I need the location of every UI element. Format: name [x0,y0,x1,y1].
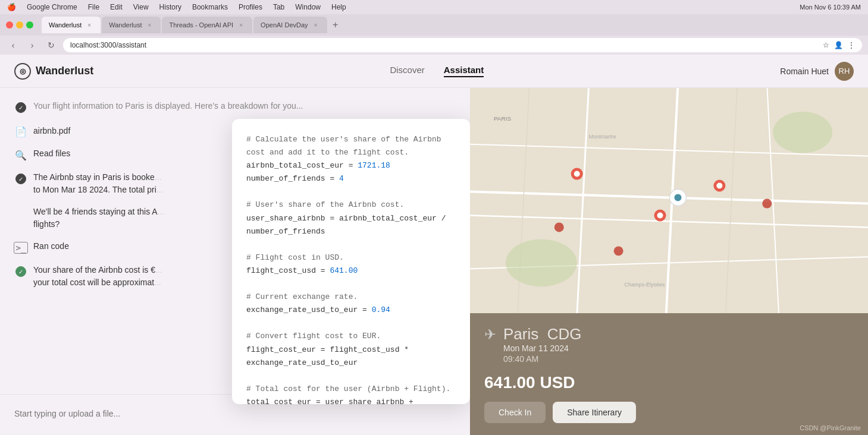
user-message: We'll be 4 friends staying at this A...f… [33,206,164,231]
menu-bookmarks[interactable]: Bookmarks [192,3,228,11]
code-line-10 [246,278,456,291]
tab-close-button[interactable]: × [85,21,93,29]
menu-file[interactable]: File [88,3,99,11]
tab-label: OpenAI DevDay [261,21,308,29]
tab-label: Threads - OpenAI API [169,21,233,29]
main-content: ✓ Your flight information to Paris is di… [0,88,868,435]
svg-point-13 [574,171,580,177]
code-line-17: # Total cost for the user (Airbnb + Flig… [246,383,456,396]
code-popup-overlay: # Calculate the user's share of the Airb… [232,88,470,435]
tab-threads-openai[interactable]: Threads - OpenAI API × [162,17,252,33]
map-area: PARIS Montmartre Champs-Élysées [470,88,868,313]
ran-code-text: Ran code [33,240,69,253]
app-logo[interactable]: ◎ Wanderlust [14,63,93,80]
code-line-2: airbnb_total_cost_eur = 1721.18 [246,159,456,172]
flight-code: CDG [547,325,582,343]
close-window-button[interactable] [6,21,13,29]
bookmark-icon[interactable]: ☆ [823,41,829,49]
file-name: airbnb.pdf [33,125,70,137]
os-bar-right: Mon Nov 6 10:39 AM [800,4,861,11]
airbnb-message: The Airbnb stay in Paris is booke...to M… [33,171,163,196]
tab-wanderlust-1[interactable]: Wanderlust × [42,17,101,33]
tab-close-button[interactable]: × [237,21,245,29]
svg-point-18 [614,246,623,256]
svg-point-15 [657,212,663,218]
user-name: Romain Huet [780,67,829,76]
tab-wanderlust-2[interactable]: Wanderlust × [102,17,161,33]
svg-point-25 [674,194,681,201]
svg-point-17 [716,183,722,189]
tab-openai-devday[interactable]: OpenAI DevDay × [253,17,327,33]
tab-close-button[interactable]: × [312,21,320,29]
app-name: Google Chrome [27,3,77,11]
profile-icon[interactable]: 👤 [834,41,843,49]
minimize-window-button[interactable] [16,21,23,29]
green-check-icon: ✓ [15,266,26,277]
code-line-4 [246,185,456,198]
os-time: Mon Nov 6 10:39 AM [800,4,861,11]
logo-icon: ◎ [14,63,31,80]
address-bar-actions: ☆ 👤 ⋮ [823,41,855,49]
os-menu-bar: 🍎 Google Chrome File Edit View History B… [0,0,868,14]
flight-card: ✈ Paris CDG Mon Mar 11 2024 09:40 AM 641… [470,313,868,435]
extensions-icon[interactable]: ⋮ [848,41,855,49]
address-bar-row: ‹ › ↻ localhost:3000/assistant ☆ 👤 ⋮ [0,36,868,55]
search-icon: 🔍 [14,149,27,162]
code-line-6: user_share_airbnb = airbnb_total_cost_eu… [246,212,456,238]
flight-time: 09:40 AM [503,354,581,364]
code-line-8: # Flight cost in USD. [246,251,456,264]
svg-point-10 [506,239,577,286]
checkin-button[interactable]: Check In [484,402,546,423]
flight-destination: Paris CDG [503,325,581,343]
check-circle-icon: ✓ [15,102,26,113]
apple-icon[interactable]: 🍎 [7,3,16,11]
code-line-16 [246,370,456,383]
tab-label: Wanderlust [49,21,82,29]
map-svg: PARIS Montmartre Champs-Élysées [470,88,868,313]
header-user: Romain Huet RH [780,62,854,81]
menu-history[interactable]: History [159,3,181,11]
svg-text:Champs-Élysées: Champs-Élysées [625,282,665,288]
code-line-5: # User's share of the Airbnb cost. [246,198,456,212]
code-line-1: # Calculate the user's share of the Airb… [246,133,456,159]
code-line-12: exchange_rate_usd_to_eur = 0.94 [246,304,456,317]
app-header: ◎ Wanderlust Discover Assistant Romain H… [0,55,868,88]
flight-icon: ✈ [484,326,496,343]
menu-window[interactable]: Window [295,3,321,11]
menu-view[interactable]: View [133,3,149,11]
app-container: ◎ Wanderlust Discover Assistant Romain H… [0,55,868,435]
tab-close-button[interactable]: × [145,21,153,29]
menu-edit[interactable]: Edit [110,3,123,11]
flight-date: Mon Mar 11 2024 [503,343,581,353]
right-panel: PARIS Montmartre Champs-Élysées ✈ Paris … [470,88,868,435]
menu-help[interactable]: Help [331,3,346,11]
flight-card-top: ✈ Paris CDG Mon Mar 11 2024 09:40 AM [484,325,854,364]
svg-point-19 [762,199,772,209]
check-filled-icon: ✓ [15,174,26,184]
user-avatar[interactable]: RH [835,62,854,81]
address-bar[interactable]: localhost:3000/assistant ☆ 👤 ⋮ [63,38,862,52]
code-line-3: number_of_friends = 4 [246,172,456,185]
code-line-11: # Current exchange rate. [246,291,456,304]
check-green-icon: ✓ [14,265,27,278]
new-tab-button[interactable]: + [328,18,343,32]
back-button[interactable]: ‹ [6,38,20,52]
svg-point-11 [773,112,832,153]
nav-discover[interactable]: Discover [390,65,424,77]
svg-point-20 [554,222,564,232]
action-text: Read files [33,147,70,160]
user-msg-icon [14,207,27,220]
svg-text:Montmartre: Montmartre [589,134,616,140]
maximize-window-button[interactable] [26,21,33,29]
menu-profiles[interactable]: Profiles [239,3,262,11]
nav-assistant[interactable]: Assistant [444,65,484,77]
logo-text: Wanderlust [36,65,93,77]
share-itinerary-button[interactable]: Share Itinerary [553,402,636,423]
address-text: localhost:3000/assistant [70,41,146,49]
file-icon: 📄 [14,125,27,138]
code-line-9: flight_cost_usd = 641.00 [246,264,456,278]
forward-button[interactable]: › [25,38,39,52]
refresh-button[interactable]: ↻ [44,38,58,52]
menu-tab[interactable]: Tab [273,3,284,11]
code-icon: >_ [14,241,27,254]
